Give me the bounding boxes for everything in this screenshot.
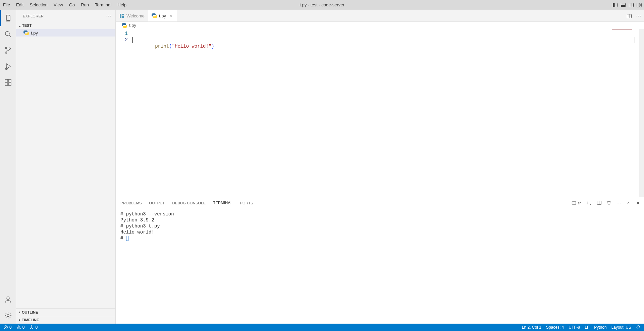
status-encoding[interactable]: UTF-8 — [569, 325, 580, 330]
warning-count: 0 — [22, 325, 25, 330]
status-eol[interactable]: LF — [585, 325, 589, 330]
tab-label: Welcome — [126, 13, 145, 18]
svg-rect-4 — [629, 3, 634, 7]
menu-view[interactable]: View — [51, 0, 66, 10]
toggle-secondary-sidebar-icon[interactable] — [629, 2, 634, 8]
tab-welcome[interactable]: Welcome — [116, 10, 148, 21]
svg-point-34 — [31, 326, 33, 327]
activity-debug[interactable] — [0, 58, 16, 74]
activity-search[interactable] — [0, 26, 16, 42]
code-token-paren: ) — [211, 44, 214, 49]
activity-explorer[interactable] — [0, 10, 16, 26]
status-bar: 0 0 0 Ln 2, Col 1 Spaces: 4 UTF-8 LF Pyt… — [0, 324, 644, 331]
active-line-highlight — [132, 37, 635, 43]
activity-bar — [0, 10, 16, 324]
status-ports[interactable]: 0 — [29, 325, 38, 330]
svg-rect-23 — [122, 16, 124, 18]
activity-scm[interactable] — [0, 42, 16, 58]
menu-edit[interactable]: Edit — [13, 0, 26, 10]
editor-vertical-scrollbar[interactable] — [639, 29, 644, 197]
close-icon[interactable]: × — [168, 13, 173, 18]
menu-go[interactable]: Go — [66, 0, 78, 10]
minimap[interactable] — [601, 29, 635, 197]
menu-run[interactable]: Run — [78, 0, 92, 10]
breadcrumb-file: t.py — [129, 23, 136, 28]
term-line: Python 3.9.2 — [120, 217, 154, 223]
status-language[interactable]: Python — [594, 325, 606, 330]
code-token-string: "Hello world!" — [172, 44, 212, 49]
customize-layout-icon[interactable] — [637, 2, 642, 8]
panel-tab-problems[interactable]: PROBLEMS — [120, 199, 142, 207]
svg-point-9 — [5, 31, 9, 36]
new-terminal-icon[interactable]: +⌄ — [586, 200, 592, 206]
sidebar: EXPLORER ⋯ ⌄ TEST t.py › OUTLINE › TIMEL… — [16, 10, 116, 324]
editor-tabs: Welcome t.py × ⋯ — [116, 10, 644, 22]
bottom-panel: PROBLEMS OUTPUT DEBUG CONSOLE TERMINAL P… — [116, 197, 644, 324]
chevron-down-icon: ⌄ — [18, 23, 21, 28]
svg-point-11 — [5, 47, 7, 49]
sidebar-more-icon[interactable]: ⋯ — [106, 13, 111, 19]
ports-icon — [29, 325, 34, 330]
terminal-icon — [572, 201, 576, 205]
window-title: t.py - test - code-server — [300, 2, 344, 7]
panel-tab-debug-console[interactable]: DEBUG CONSOLE — [172, 199, 206, 207]
menu-terminal[interactable]: Terminal — [92, 0, 114, 10]
menubar: File Edit Selection View Go Run Terminal… — [0, 0, 644, 10]
close-panel-icon[interactable]: ✕ — [636, 200, 640, 206]
svg-rect-18 — [8, 79, 11, 82]
status-layout[interactable]: Layout: US — [611, 325, 631, 330]
menu-file[interactable]: File — [0, 0, 13, 10]
panel-tab-terminal[interactable]: TERMINAL — [213, 199, 232, 207]
file-tree-item[interactable]: t.py — [16, 29, 115, 37]
status-warnings[interactable]: 0 — [16, 325, 25, 330]
sidebar-timeline-header[interactable]: › TIMELINE — [16, 316, 115, 324]
chevron-right-icon: › — [19, 310, 20, 315]
activity-extensions[interactable] — [0, 74, 16, 90]
line-gutter: 1 2 — [116, 29, 132, 197]
svg-rect-15 — [5, 79, 8, 82]
menu-selection[interactable]: Selection — [26, 0, 50, 10]
svg-point-20 — [7, 315, 9, 317]
svg-rect-3 — [621, 5, 626, 7]
python-file-icon — [23, 30, 29, 36]
svg-point-13 — [9, 48, 10, 50]
svg-rect-16 — [5, 83, 8, 85]
term-line: # — [120, 236, 126, 241]
status-ln-col[interactable]: Ln 2, Col 1 — [522, 325, 541, 330]
svg-line-10 — [9, 35, 11, 37]
extensions-icon — [4, 78, 12, 86]
sidebar-folder-header[interactable]: ⌄ TEST — [16, 22, 115, 29]
terminal-shell-select[interactable]: sh — [572, 201, 582, 205]
panel-tab-output[interactable]: OUTPUT — [149, 199, 165, 207]
more-actions-icon[interactable]: ⋯ — [636, 13, 641, 19]
breadcrumbs[interactable]: t.py — [116, 22, 644, 29]
svg-rect-22 — [122, 14, 124, 15]
gear-icon — [4, 312, 12, 320]
split-terminal-icon[interactable] — [597, 200, 602, 205]
kill-terminal-icon[interactable] — [606, 200, 611, 205]
sidebar-outline-header[interactable]: › OUTLINE — [16, 308, 115, 316]
branch-icon — [4, 46, 12, 54]
terminal-output[interactable]: # python3 --version Python 3.9.2 # pytho… — [116, 208, 644, 324]
svg-rect-7 — [640, 3, 642, 5]
toggle-panel-icon[interactable] — [621, 2, 626, 8]
maximize-panel-icon[interactable] — [626, 200, 631, 205]
term-line: Hello world! — [120, 229, 154, 235]
status-spaces[interactable]: Spaces: 4 — [546, 325, 564, 330]
status-notifications-icon[interactable] — [636, 325, 641, 330]
panel-more-icon[interactable]: ⋯ — [616, 200, 622, 206]
shell-label: sh — [578, 201, 582, 205]
panel-tab-ports[interactable]: PORTS — [240, 199, 253, 207]
activity-account[interactable] — [0, 291, 16, 308]
chevron-right-icon: › — [19, 318, 20, 322]
status-errors[interactable]: 0 — [3, 325, 12, 330]
line-number: 1 — [116, 30, 128, 37]
term-line: # python3 t.py — [120, 223, 160, 229]
split-editor-icon[interactable] — [627, 13, 632, 19]
activity-settings[interactable] — [0, 308, 16, 324]
menu-help[interactable]: Help — [114, 0, 129, 10]
svg-rect-6 — [637, 3, 639, 7]
tab-t-py[interactable]: t.py × — [148, 10, 177, 21]
code-editor[interactable]: 1 2 print("Hello world!") — [116, 29, 644, 197]
toggle-primary-sidebar-icon[interactable] — [612, 2, 618, 8]
